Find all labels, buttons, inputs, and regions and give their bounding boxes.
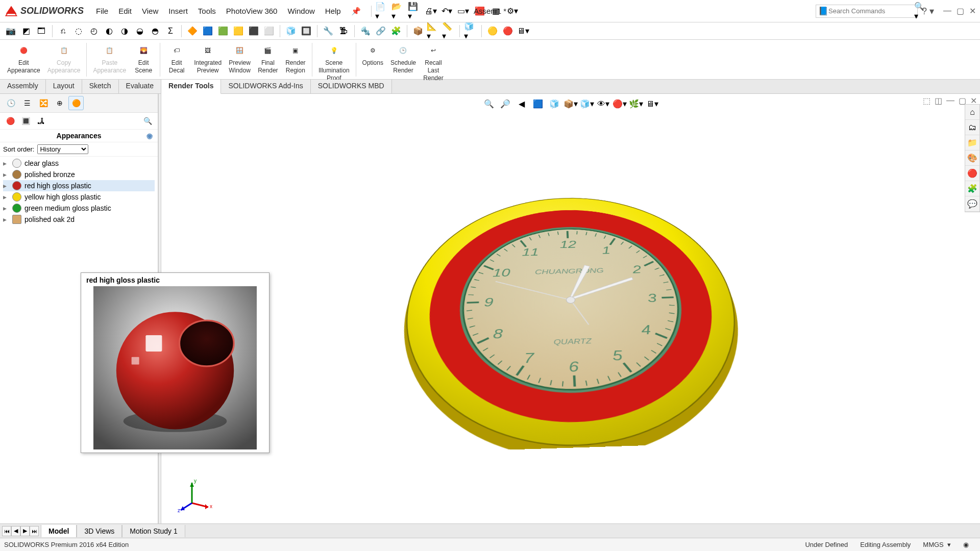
vp-min-icon[interactable]: — <box>946 96 954 106</box>
panel-help-icon[interactable]: ◉ <box>146 132 153 140</box>
capture-window-icon[interactable]: 🗔 <box>35 24 48 38</box>
graphics-viewport[interactable]: 🔍 🔎 ◀ 🟦 🧊 📦▾ 🧊▾ 👁▾ 🔴▾ 🌿▾ 🖥▾ ⬚ ◫ — ▢ ✕ ⌂ … <box>161 94 980 523</box>
task-custom-icon[interactable]: 🧩 <box>965 181 979 196</box>
bottom-tab-3d-views[interactable]: 3D Views <box>77 525 122 537</box>
zoom-to-icon[interactable]: 🔍 <box>141 115 154 127</box>
tool-q-icon[interactable]: 🧊▾ <box>464 24 477 38</box>
scenes-icon[interactable]: 🏞 <box>35 115 47 127</box>
tool-r-icon[interactable]: 🟡 <box>486 24 499 38</box>
menu-help[interactable]: Help <box>320 5 346 18</box>
menu-view[interactable]: View <box>137 5 163 18</box>
tool-j-icon[interactable]: 🗜 <box>337 24 350 38</box>
menu-edit[interactable]: Edit <box>113 5 137 18</box>
dyn-annotate-icon[interactable]: 🧊 <box>547 97 561 110</box>
tool-7-icon[interactable]: ◓ <box>149 24 162 38</box>
tab-solidworks-mbd[interactable]: SOLIDWORKS MBD <box>311 80 392 93</box>
hide-show-icon[interactable]: 👁▾ <box>596 97 610 110</box>
view-settings-icon[interactable]: 🖥▾ <box>645 97 659 110</box>
edit-decal-button[interactable]: 🏷EditDecal <box>163 42 190 76</box>
menu-photoview360[interactable]: PhotoView 360 <box>221 5 283 18</box>
tool-f-icon[interactable]: ⬜ <box>262 24 276 38</box>
task-home-icon[interactable]: ⌂ <box>965 105 979 120</box>
menu-pin-icon[interactable]: 📌 <box>346 5 366 18</box>
tool-a-icon[interactable]: 🔶 <box>186 24 199 38</box>
prev-view-icon[interactable]: ◀ <box>514 97 529 110</box>
panel-tab-property-icon[interactable]: ☰ <box>19 96 35 110</box>
bottom-tab-model[interactable]: Model <box>41 525 77 537</box>
new-doc-icon[interactable]: 📄▾ <box>375 5 389 18</box>
tool-g-icon[interactable]: 🧊 <box>284 24 298 38</box>
search-input[interactable] <box>828 7 914 15</box>
capture-region-icon[interactable]: ◩ <box>19 24 33 38</box>
appearance-item-1[interactable]: ▸polished bronze <box>3 169 155 180</box>
task-forum-icon[interactable]: 💬 <box>965 196 979 212</box>
maximize-icon[interactable]: ▢ <box>957 6 964 16</box>
options-gear-icon[interactable]: ⚙▾ <box>505 5 520 18</box>
tool-p-icon[interactable]: 📏▾ <box>442 24 455 38</box>
tool-5-icon[interactable]: ◑ <box>118 24 131 38</box>
menu-insert[interactable]: Insert <box>163 5 193 18</box>
tool-t-icon[interactable]: 🖥▾ <box>517 24 530 38</box>
edit-scene-button[interactable]: 🌄EditScene <box>130 42 157 76</box>
search-commands[interactable]: 📘 🔍▾ <box>816 5 918 18</box>
tool-1-icon[interactable]: ⎌ <box>57 24 70 38</box>
edit-appearance-button[interactable]: 🔴EditAppearance <box>4 42 43 76</box>
status-custom-icon[interactable]: ◉ <box>963 541 969 548</box>
tab-layout[interactable]: Layout <box>46 80 82 93</box>
section-view-icon[interactable]: 🟦 <box>531 97 545 110</box>
task-explorer-icon[interactable]: 📁 <box>965 135 979 151</box>
print-icon[interactable]: 🖨▾ <box>424 5 438 18</box>
schedule-render-button[interactable]: 🕒ScheduleRender <box>387 42 419 76</box>
tool-l-icon[interactable]: 🔗 <box>374 24 387 38</box>
recall-last-render-button[interactable]: ↩RecallLastRender <box>420 42 447 83</box>
vp-float-icon[interactable]: ◫ <box>935 96 942 106</box>
render-region-button[interactable]: ▣RenderRegion <box>282 42 309 76</box>
tool-2-icon[interactable]: ◌ <box>72 24 85 38</box>
appearance-item-0[interactable]: ▸clear glass <box>3 158 155 169</box>
bottom-tab-motion-study-1[interactable]: Motion Study 1 <box>122 525 185 537</box>
tab-solidworks-add-ins[interactable]: SOLIDWORKS Add-Ins <box>221 80 310 93</box>
menu-window[interactable]: Window <box>282 5 320 18</box>
undo-icon[interactable]: ↶▾ <box>440 5 454 18</box>
btab-prev-icon[interactable]: ◀ <box>11 526 20 536</box>
btab-first-icon[interactable]: ⏮ <box>2 526 11 536</box>
tab-sketch[interactable]: Sketch <box>82 80 119 93</box>
panel-tab-dimxpert-icon[interactable]: ⊕ <box>52 96 67 110</box>
integrated-preview-button[interactable]: 🖼IntegratedPreview <box>191 42 225 76</box>
tool-o-icon[interactable]: 📐▾ <box>427 24 440 38</box>
help-icon[interactable]: ? ▾ <box>922 6 934 17</box>
menu-tools[interactable]: Tools <box>193 5 221 18</box>
task-view-palette-icon[interactable]: 🎨 <box>965 151 979 166</box>
final-render-button[interactable]: 🎬FinalRender <box>255 42 281 76</box>
appearance-item-5[interactable]: ▸polished oak 2d <box>3 214 155 225</box>
tool-k-icon[interactable]: 🔩 <box>359 24 372 38</box>
preview-window-button[interactable]: 🪟PreviewWindow <box>226 42 254 76</box>
display-style-icon[interactable]: 🧊▾ <box>580 97 594 110</box>
tab-evaluate[interactable]: Evaluate <box>119 80 161 93</box>
tool-i-icon[interactable]: 🔧 <box>322 24 335 38</box>
tool-b-icon[interactable]: 🟦 <box>201 24 214 38</box>
zoom-fit-icon[interactable]: 🔍 <box>482 97 496 110</box>
screen-capture-icon[interactable]: 📷 <box>4 24 17 38</box>
appearance-item-4[interactable]: ▸green medium gloss plastic <box>3 203 155 214</box>
tab-render-tools[interactable]: Render Tools <box>161 80 221 94</box>
task-library-icon[interactable]: 🗂 <box>965 120 979 135</box>
close-icon[interactable]: ✕ <box>969 6 976 16</box>
tool-c-icon[interactable]: 🟩 <box>216 24 230 38</box>
task-appearances-icon[interactable]: 🔴 <box>965 166 979 181</box>
tool-3-icon[interactable]: ◴ <box>87 24 101 38</box>
vp-normal-icon[interactable]: ⬚ <box>923 96 930 106</box>
scene-apply-icon[interactable]: 🌿▾ <box>629 97 643 110</box>
sort-order-select[interactable]: History <box>37 144 88 154</box>
select-icon[interactable]: ▭▾ <box>456 5 471 18</box>
appearances-icon[interactable]: 🔴 <box>4 115 16 127</box>
tool-sigma-icon[interactable]: Σ <box>164 24 177 38</box>
minimize-icon[interactable]: — <box>943 6 951 16</box>
zoom-area-icon[interactable]: 🔎 <box>498 97 512 110</box>
appearance-apply-icon[interactable]: 🔴▾ <box>612 97 627 110</box>
tab-assembly[interactable]: Assembly <box>0 80 46 93</box>
tool-4-icon[interactable]: ◐ <box>103 24 116 38</box>
open-doc-icon[interactable]: 📂▾ <box>391 5 405 18</box>
tool-h-icon[interactable]: 🔲 <box>300 24 313 38</box>
panel-tab-display-manager-icon[interactable]: 🟠 <box>68 96 84 110</box>
